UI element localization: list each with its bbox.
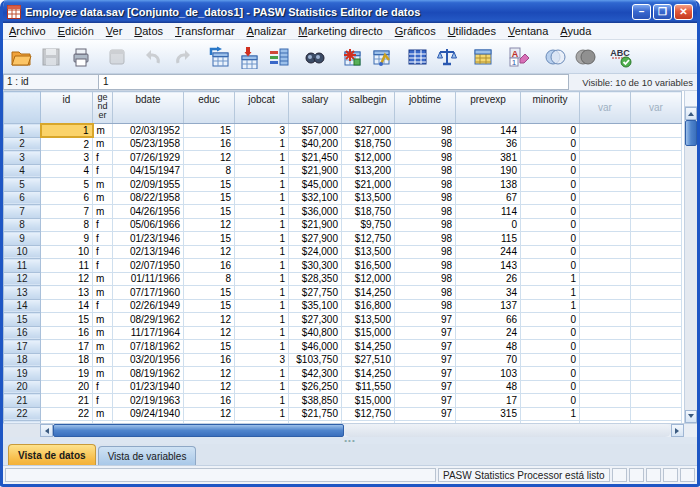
cell[interactable]: 1 (235, 164, 289, 178)
cell[interactable]: 16 (41, 326, 93, 340)
menu-ver[interactable]: Ver (100, 24, 129, 38)
row-header-23[interactable]: 23 (4, 421, 41, 424)
cell[interactable]: 12 (184, 151, 235, 165)
menu-gr-ficos[interactable]: Gráficos (389, 24, 442, 38)
empty-var-cell[interactable] (580, 340, 631, 354)
cell[interactable]: 1 (521, 286, 580, 300)
column-header-salbegin[interactable]: salbegin (342, 92, 395, 124)
cell[interactable]: $13,500 (342, 245, 395, 259)
empty-var-cell[interactable] (580, 124, 631, 138)
cell[interactable]: 12 (184, 326, 235, 340)
cell[interactable]: 1 (235, 394, 289, 408)
empty-var-cell[interactable] (580, 313, 631, 327)
cell[interactable]: 67 (456, 191, 521, 205)
cell[interactable]: 15 (184, 191, 235, 205)
cell[interactable]: 3 (41, 151, 93, 165)
empty-var-cell[interactable] (631, 205, 682, 219)
cell[interactable]: 04/15/1947 (113, 164, 184, 178)
cell[interactable]: 1 (521, 272, 580, 286)
empty-var-cell[interactable] (631, 286, 682, 300)
empty-var-cell[interactable] (631, 245, 682, 259)
cell[interactable]: 0 (521, 394, 580, 408)
row-header-14[interactable]: 14 (4, 299, 41, 313)
cell[interactable]: $12,750 (342, 232, 395, 246)
cell[interactable]: m (93, 326, 113, 340)
cell[interactable]: 2 (41, 137, 93, 151)
cell[interactable]: $36,000 (289, 205, 342, 219)
cell[interactable]: 0 (521, 164, 580, 178)
cell[interactable]: 16 (184, 353, 235, 367)
cell[interactable]: 137 (456, 299, 521, 313)
scroll-right-button[interactable] (671, 424, 684, 437)
cell[interactable]: $38,850 (289, 394, 342, 408)
cell[interactable]: 11/17/1964 (113, 326, 184, 340)
cell[interactable]: $11,550 (342, 380, 395, 394)
value-labels-icon[interactable]: A1 (504, 43, 534, 71)
cell[interactable]: 22 (41, 407, 93, 421)
pane-splitter[interactable]: ••• (3, 437, 697, 444)
tab-vista-de-datos[interactable]: Vista de datos (8, 444, 96, 465)
cell[interactable]: $18,750 (342, 205, 395, 219)
goto-case-icon[interactable] (204, 43, 234, 71)
row-header-20[interactable]: 20 (4, 380, 41, 394)
row-header-21[interactable]: 21 (4, 394, 41, 408)
cell[interactable]: 0 (521, 191, 580, 205)
cell[interactable]: 02/09/1955 (113, 178, 184, 192)
cell[interactable]: $16,500 (342, 259, 395, 273)
cell[interactable]: m (93, 137, 113, 151)
cell[interactable]: 1 (41, 124, 93, 138)
cell[interactable]: 97 (395, 367, 456, 381)
cell[interactable]: 08/19/1962 (113, 367, 184, 381)
empty-var-cell[interactable] (631, 259, 682, 273)
cell[interactable]: 1 (235, 259, 289, 273)
horizontal-scrollbar[interactable] (3, 423, 697, 437)
cell[interactable]: 23 (41, 421, 93, 424)
row-header-6[interactable]: 6 (4, 191, 41, 205)
empty-var-cell[interactable] (580, 299, 631, 313)
cell[interactable]: 1 (235, 407, 289, 421)
cell[interactable]: 34 (456, 286, 521, 300)
cell[interactable]: 75 (456, 421, 521, 424)
empty-var-cell[interactable] (580, 164, 631, 178)
column-header-gender[interactable]: gender (93, 92, 113, 124)
empty-var-cell[interactable] (631, 137, 682, 151)
cell[interactable]: $21,750 (289, 407, 342, 421)
cell[interactable]: 15 (184, 421, 235, 424)
variables-icon[interactable] (264, 43, 294, 71)
cell[interactable]: 15 (184, 299, 235, 313)
cell[interactable]: 98 (395, 137, 456, 151)
cell[interactable]: 98 (395, 218, 456, 232)
cell[interactable]: 07/18/1962 (113, 340, 184, 354)
cell[interactable]: 02/26/1949 (113, 299, 184, 313)
cell[interactable]: 0 (521, 151, 580, 165)
cell[interactable]: 0 (521, 137, 580, 151)
insert-cases-icon[interactable] (336, 43, 366, 71)
column-header-prevexp[interactable]: prevexp (456, 92, 521, 124)
cell[interactable]: $57,000 (289, 124, 342, 138)
cell[interactable]: f (93, 380, 113, 394)
cell[interactable]: 315 (456, 407, 521, 421)
cell[interactable]: 1 (235, 367, 289, 381)
empty-var-cell[interactable] (580, 286, 631, 300)
cell[interactable]: 0 (521, 259, 580, 273)
cell[interactable]: 0 (521, 313, 580, 327)
cell[interactable]: f (93, 164, 113, 178)
cell[interactable]: 15 (184, 340, 235, 354)
row-header-16[interactable]: 16 (4, 326, 41, 340)
cell[interactable]: 138 (456, 178, 521, 192)
spell-check-icon[interactable]: ABC (606, 43, 636, 71)
cell[interactable]: f (93, 259, 113, 273)
row-header-11[interactable]: 11 (4, 259, 41, 273)
column-header-educ[interactable]: educ (184, 92, 235, 124)
cell[interactable]: 15 (184, 205, 235, 219)
cell[interactable]: $11,100 (342, 421, 395, 424)
cell[interactable]: 98 (395, 191, 456, 205)
cell[interactable]: $9,750 (342, 218, 395, 232)
cell[interactable]: 12 (184, 367, 235, 381)
cell[interactable]: $27,300 (289, 313, 342, 327)
scroll-down-button[interactable] (685, 410, 697, 423)
menu-analizar[interactable]: Analizar (241, 24, 293, 38)
cell[interactable]: 08/22/1958 (113, 191, 184, 205)
cell[interactable]: $21,900 (289, 164, 342, 178)
cell[interactable]: $32,100 (289, 191, 342, 205)
